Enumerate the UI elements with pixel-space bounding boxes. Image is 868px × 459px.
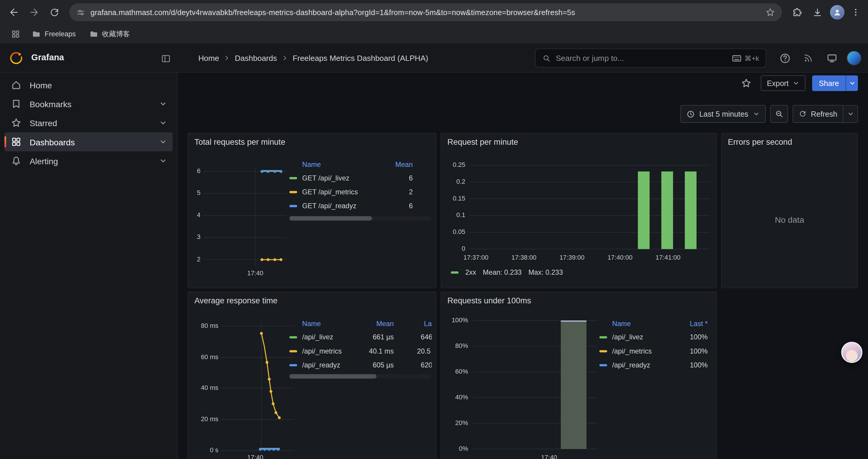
grafana-logo[interactable]: [9, 51, 23, 65]
sidebar-item-starred[interactable]: Starred: [4, 113, 173, 132]
panel-left-icon: [161, 54, 171, 64]
series-name[interactable]: GET /api/_livez: [302, 174, 382, 182]
series-name[interactable]: /api/_readyz: [612, 361, 674, 369]
legend-table: Name Mean GET /api/_livez 6 GET /api/_me…: [289, 159, 432, 218]
series-mean: Mean: 0.233: [483, 268, 522, 276]
series-name[interactable]: /api/_livez: [612, 333, 674, 341]
x-tick: 17:41:00: [649, 254, 687, 261]
legend-header-name[interactable]: Name: [612, 320, 674, 328]
share-menu-button[interactable]: [845, 75, 858, 91]
chevron-down-icon: [847, 110, 854, 117]
legend-scrollbar[interactable]: [289, 374, 431, 379]
chevron-down-icon[interactable]: [159, 138, 167, 145]
sidebar-item-alerting[interactable]: Alerting: [4, 151, 173, 170]
series-name[interactable]: /api/_metrics: [612, 347, 674, 355]
y-tick: 0.25: [441, 161, 465, 168]
search-icon: [542, 54, 551, 62]
header-icon-group: [776, 43, 861, 72]
apps-shortcut-button[interactable]: [8, 26, 23, 42]
favorite-dashboard-button[interactable]: [738, 75, 754, 91]
series-name[interactable]: /api/_livez: [302, 333, 364, 341]
downloads-button[interactable]: [808, 3, 827, 22]
sidebar-item-bookmarks[interactable]: Bookmarks: [4, 95, 173, 113]
chevron-down-icon[interactable]: [159, 119, 167, 127]
bookmark-folder-blog[interactable]: 收藏博客: [84, 27, 135, 41]
legend-scrollbar[interactable]: [289, 216, 431, 221]
x-tick: 17:40: [239, 270, 272, 276]
user-avatar[interactable]: [847, 51, 861, 65]
share-label: Share: [819, 79, 839, 88]
series-name[interactable]: 2xx: [465, 268, 476, 276]
legend-header-mean[interactable]: Mean: [364, 320, 394, 328]
dashboard-actions: Export Share: [738, 75, 858, 92]
sidebar-item-label: Home: [30, 80, 52, 90]
legend-table: Name Mean Last * /api/_livez 661 µs 646 …: [289, 318, 432, 376]
bookmark-folder-freeleaps[interactable]: Freeleaps: [27, 28, 81, 41]
person-icon: [832, 7, 842, 18]
series-name[interactable]: /api/_metrics: [302, 347, 364, 355]
panel-title[interactable]: Errors per second: [728, 137, 792, 146]
url-bar[interactable]: grafana.mathmast.com/d/deytv4rwavabkb/fr…: [69, 3, 782, 21]
panel-title[interactable]: Requests under 100ms: [447, 296, 531, 305]
bookmarks-bar: Freeleaps 收藏博客: [0, 25, 868, 43]
display-button[interactable]: [824, 50, 840, 66]
folder-icon: [89, 30, 98, 38]
series-last: 100%: [674, 333, 708, 341]
chevron-down-icon[interactable]: [159, 100, 167, 107]
series-color-swatch: [289, 191, 297, 193]
sidebar-item-dashboards[interactable]: Dashboards: [4, 132, 173, 151]
profile-button[interactable]: [828, 3, 847, 22]
x-tick: 17:37:00: [457, 254, 495, 261]
legend-header-last[interactable]: Last *: [403, 320, 432, 328]
grafana-brand: Grafana: [31, 53, 64, 63]
legend-row: GET /api/_metrics 2: [289, 185, 432, 199]
series-color-swatch: [599, 336, 607, 338]
series-name[interactable]: /api/_readyz: [302, 361, 364, 369]
forward-icon: [28, 7, 39, 18]
refresh-button[interactable]: Refresh: [793, 105, 843, 123]
legend-table: Name Last * /api/_livez 100% /api/_metri…: [599, 318, 708, 376]
y-tick: 2: [188, 256, 200, 263]
sidebar-item-home[interactable]: Home: [4, 75, 173, 94]
series-mean: 6: [382, 174, 413, 182]
legend-header-name[interactable]: Name: [302, 161, 382, 168]
breadcrumb-dashboards[interactable]: Dashboards: [235, 54, 277, 62]
legend-header-name[interactable]: Name: [302, 320, 364, 328]
reload-button[interactable]: [44, 3, 64, 22]
share-button[interactable]: Share: [812, 75, 845, 91]
url-text: grafana.mathmast.com/d/deytv4rwavabkb/fr…: [90, 8, 760, 16]
extensions-button[interactable]: [788, 3, 807, 22]
scrollbar-thumb[interactable]: [289, 374, 376, 379]
back-button[interactable]: [4, 3, 23, 22]
site-settings-icon: [76, 8, 85, 17]
panel-title[interactable]: Request per minute: [447, 137, 518, 146]
refresh-interval-button[interactable]: [843, 105, 858, 123]
export-button[interactable]: Export: [761, 75, 805, 91]
breadcrumb: Home Dashboards Freeleaps Metrics Dashbo…: [198, 43, 428, 72]
bookmark-star-icon[interactable]: [765, 7, 775, 18]
y-tick: 20 ms: [188, 416, 218, 422]
forward-button[interactable]: [25, 3, 43, 22]
panel-title[interactable]: Total requests per minute: [194, 137, 285, 146]
series-name[interactable]: GET /api/_readyz: [302, 202, 382, 209]
series-name[interactable]: GET /api/_metrics: [302, 188, 382, 196]
help-button[interactable]: [776, 50, 793, 66]
bookmark-icon: [11, 99, 21, 109]
panel-request-per-minute: Request per minute 0.25 0.2 0.15 0.1 0.0…: [441, 133, 717, 288]
legend-header-last[interactable]: Last *: [674, 320, 708, 328]
floating-assistant-avatar[interactable]: [841, 342, 862, 363]
search-input[interactable]: Search or jump to... ⌘+k: [535, 48, 766, 67]
browser-menu-button[interactable]: [848, 3, 864, 22]
zoom-out-time-button[interactable]: [770, 105, 788, 123]
time-range-picker[interactable]: Last 5 minutes: [680, 105, 766, 123]
panel-title[interactable]: Average response time: [194, 296, 277, 305]
legend-header-mean[interactable]: Mean: [382, 161, 413, 168]
news-button[interactable]: [800, 50, 816, 66]
legend-row: GET /api/_readyz 6: [289, 199, 432, 213]
y-tick: 40%: [441, 394, 468, 400]
chevron-down-icon[interactable]: [159, 157, 167, 165]
breadcrumb-home[interactable]: Home: [198, 54, 219, 62]
breadcrumb-current: Freeleaps Metrics Dashboard (ALPHA): [292, 54, 428, 62]
sidebar-collapse-button[interactable]: [159, 52, 173, 66]
scrollbar-thumb[interactable]: [289, 216, 372, 221]
